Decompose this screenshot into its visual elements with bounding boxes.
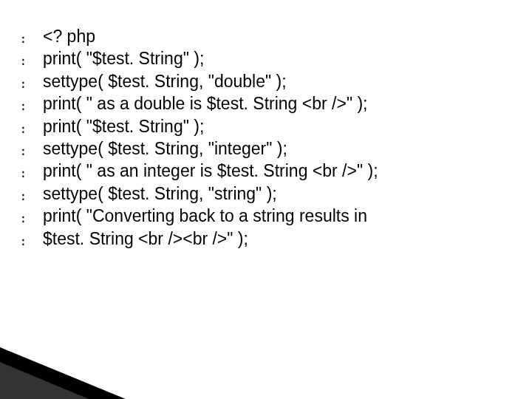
code-line: settype( $test. String, "string" ); [43, 183, 508, 205]
list-item: ։ print( "Converting back to a string re… [21, 205, 508, 227]
svg-marker-0 [0, 347, 126, 399]
bullet-icon: ։ [21, 115, 43, 137]
list-item: ։ settype( $test. String, "double" ); [21, 70, 508, 92]
code-line: settype( $test. String, "integer" ); [43, 137, 508, 160]
code-line: print( "Converting back to a string resu… [43, 205, 508, 227]
bullet-icon: ։ [21, 160, 43, 182]
list-item: ։ print( "$test. String" ); [21, 115, 508, 137]
code-line: print( "$test. String" ); [43, 115, 508, 137]
list-item: ։ print( "$test. String" ); [21, 47, 508, 69]
bullet-icon: ։ [21, 25, 43, 47]
code-line: print( " as an integer is $test. String … [43, 160, 508, 182]
decorative-wedge-icon [0, 340, 148, 399]
list-item: ։ settype( $test. String, "integer" ); [21, 137, 508, 160]
bullet-icon: ։ [21, 205, 43, 227]
code-line: print( " as a double is $test. String <b… [43, 92, 508, 115]
list-item: ։ <? php [21, 25, 508, 47]
bullet-icon: ։ [21, 47, 43, 69]
bullet-icon: ։ [21, 137, 43, 160]
bullet-list: ։ <? php ։ print( "$test. String" ); ։ s… [21, 25, 508, 250]
code-line: settype( $test. String, "double" ); [43, 70, 508, 92]
svg-marker-1 [0, 362, 89, 399]
list-item: ։ settype( $test. String, "string" ); [21, 183, 508, 205]
list-item: ։ print( " as a double is $test. String … [21, 92, 508, 115]
slide: ։ <? php ։ print( "$test. String" ); ։ s… [0, 0, 532, 399]
code-line: $test. String <br /><br />" ); [43, 228, 508, 250]
bullet-icon: ։ [21, 92, 43, 115]
bullet-icon: ։ [21, 183, 43, 205]
bullet-icon: ։ [21, 70, 43, 92]
list-item: ։ $test. String <br /><br />" ); [21, 228, 508, 250]
code-line: print( "$test. String" ); [43, 47, 508, 69]
bullet-icon: ։ [21, 228, 43, 250]
list-item: ։ print( " as an integer is $test. Strin… [21, 160, 508, 182]
code-line: <? php [43, 25, 508, 47]
